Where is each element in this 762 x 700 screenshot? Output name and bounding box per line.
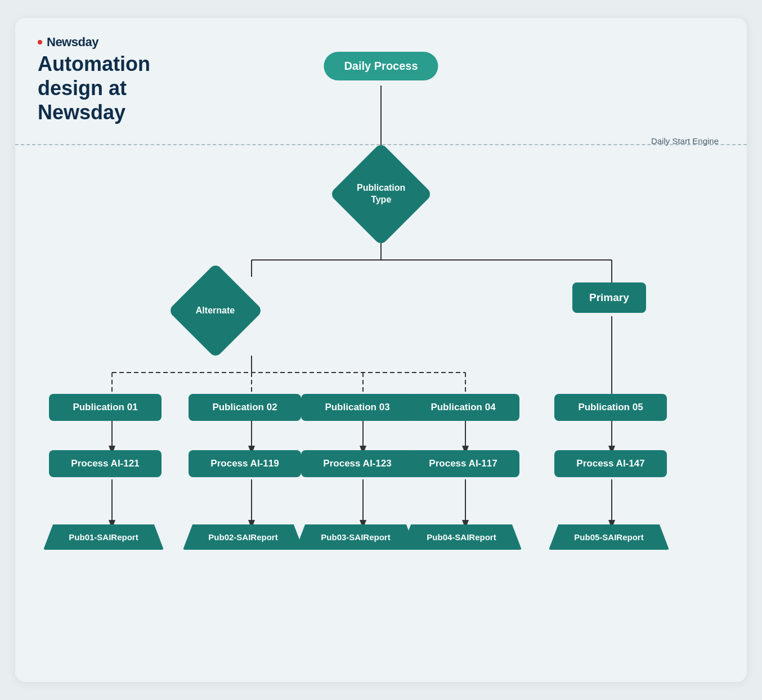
sai05-label: Pub05-SAIReport	[549, 524, 669, 550]
pub01-label: Publication 01	[49, 394, 162, 421]
publication-type-diamond: PublicationType	[329, 142, 433, 246]
primary-node: Primary	[572, 282, 646, 313]
primary-label: Primary	[572, 282, 646, 313]
alternate-node: Alternate	[182, 277, 249, 344]
pub02-node: Publication 02	[189, 394, 301, 421]
publication-type-label: PublicationType	[357, 182, 405, 206]
sai01-node: Pub01-SAIReport	[43, 524, 164, 550]
sai01-label: Pub01-SAIReport	[43, 524, 164, 550]
pub05-node: Publication 05	[554, 394, 667, 421]
logo-text: Newsday	[47, 35, 98, 50]
sai02-label: Pub02-SAIReport	[183, 524, 303, 550]
pub03-node: Publication 03	[301, 394, 414, 421]
publication-type-node: PublicationType	[344, 158, 418, 231]
page-title: Automation design at Newsday	[38, 52, 218, 125]
daily-start-label: Daily Start Engine	[651, 136, 719, 146]
sai05-node: Pub05-SAIReport	[549, 524, 669, 550]
proc05-label: Process AI-147	[554, 450, 667, 477]
daily-process-node: Daily Process	[324, 52, 438, 80]
logo-dot	[38, 40, 42, 44]
sai03-label: Pub03-SAIReport	[295, 524, 416, 550]
sai02-node: Pub02-SAIReport	[183, 524, 303, 550]
proc01-label: Process AI-121	[49, 450, 162, 477]
pub02-label: Publication 02	[189, 394, 301, 421]
proc04-node: Process AI-117	[407, 450, 519, 477]
proc03-node: Process AI-123	[301, 450, 414, 477]
proc02-label: Process AI-119	[189, 450, 301, 477]
pub03-label: Publication 03	[301, 394, 414, 421]
daily-process-label: Daily Process	[324, 52, 438, 80]
sai04-label: Pub04-SAIReport	[401, 524, 522, 550]
sai03-node: Pub03-SAIReport	[295, 524, 416, 550]
proc04-label: Process AI-117	[407, 450, 519, 477]
pub05-label: Publication 05	[554, 394, 667, 421]
proc02-node: Process AI-119	[189, 450, 301, 477]
pub04-node: Publication 04	[407, 394, 519, 421]
proc03-label: Process AI-123	[301, 450, 414, 477]
main-card: Newsday Automation design at Newsday Dai…	[15, 18, 747, 682]
proc05-node: Process AI-147	[554, 450, 667, 477]
logo: Newsday	[38, 35, 724, 50]
alternate-label: Alternate	[196, 305, 235, 317]
pub04-label: Publication 04	[407, 394, 519, 421]
pub01-node: Publication 01	[49, 394, 162, 421]
alternate-diamond: Alternate	[168, 263, 263, 358]
sai04-node: Pub04-SAIReport	[401, 524, 522, 550]
proc01-node: Process AI-121	[49, 450, 162, 477]
